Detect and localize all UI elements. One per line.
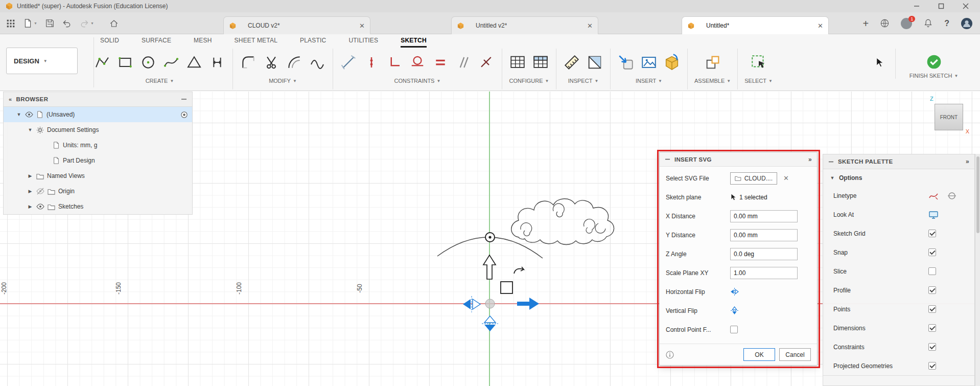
- edit-spline-tool[interactable]: [309, 54, 326, 71]
- expand-caret-icon[interactable]: ▼: [16, 112, 22, 117]
- z-angle-input[interactable]: [730, 248, 798, 260]
- redo-caret-icon[interactable]: ▼: [90, 21, 94, 25]
- ribbon-tab-surface[interactable]: SURFACE: [142, 34, 171, 48]
- document-tab-untitled[interactable]: Untitled* ✕: [682, 16, 829, 34]
- maximize-icon[interactable]: [938, 3, 944, 9]
- ribbon-tab-solid[interactable]: SOLID: [100, 34, 119, 48]
- activate-component-radio-icon[interactable]: [180, 111, 188, 119]
- ribbon-tab-utilities[interactable]: UTILITIES: [348, 34, 378, 48]
- group-inspect-label[interactable]: INSPECT: [568, 78, 593, 84]
- insert-decal-tool[interactable]: [663, 54, 681, 71]
- projected-geometries-checkbox[interactable]: [928, 362, 936, 370]
- control-point-checkbox[interactable]: [730, 326, 738, 333]
- profile-checkbox[interactable]: [928, 286, 936, 294]
- clear-file-icon[interactable]: ✕: [783, 174, 789, 182]
- group-select-label[interactable]: SELECT: [744, 78, 766, 84]
- points-checkbox[interactable]: [928, 305, 936, 313]
- new-tab-plus-icon[interactable]: +: [863, 18, 869, 29]
- ok-button[interactable]: OK: [743, 348, 775, 361]
- help-icon[interactable]: ?: [944, 19, 949, 28]
- group-modify-label[interactable]: MODIFY: [269, 78, 291, 84]
- collapsed-caret-icon[interactable]: ▶: [27, 173, 33, 178]
- svg-file-button[interactable]: CLOUD....: [730, 172, 777, 185]
- home-icon[interactable]: [109, 19, 119, 28]
- document-tab-cloud-v2[interactable]: CLOUD v2* ✕: [223, 16, 370, 34]
- workspace-selector[interactable]: DESIGN ▼: [6, 48, 78, 74]
- file-menu-caret-icon[interactable]: ▼: [34, 21, 37, 25]
- cancel-button[interactable]: Cancel: [779, 348, 811, 361]
- browser-item-unsaved[interactable]: ▼ (Unsaved): [4, 107, 192, 122]
- vertical-horizontal-constraint-tool[interactable]: [386, 54, 403, 71]
- info-icon[interactable]: [666, 351, 674, 359]
- collapsed-caret-icon[interactable]: ▶: [27, 204, 33, 209]
- palette-expand-icon[interactable]: »: [966, 158, 969, 165]
- group-insert-label[interactable]: INSERT: [636, 78, 656, 84]
- browser-item-sketches[interactable]: ▶ Sketches: [4, 199, 192, 214]
- ribbon-tab-mesh[interactable]: MESH: [194, 34, 212, 48]
- job-status-icon[interactable]: 1: [901, 18, 912, 29]
- sketch-grid-checkbox[interactable]: [928, 230, 936, 237]
- line-tool[interactable]: [94, 54, 111, 71]
- options-section-header[interactable]: ▼ Options: [823, 169, 974, 186]
- trim-tool[interactable]: [263, 54, 280, 71]
- finish-sketch-button[interactable]: FINISH SKETCH▼: [895, 49, 972, 79]
- collapsed-caret-icon[interactable]: ▶: [27, 189, 33, 194]
- constraints-checkbox[interactable]: [928, 343, 936, 351]
- minimize-panel-icon[interactable]: [181, 96, 187, 102]
- browser-item-named-views[interactable]: ▶ Named Views: [4, 168, 192, 184]
- insert-image-tool[interactable]: [640, 54, 658, 71]
- close-tab-icon[interactable]: ✕: [359, 22, 365, 30]
- horizontal-flip-icon[interactable]: [730, 287, 739, 296]
- tangent-constraint-tool[interactable]: [409, 54, 426, 71]
- group-create-label[interactable]: CREATE: [146, 78, 168, 84]
- select-tool[interactable]: [750, 54, 767, 71]
- collapse-panel-icon[interactable]: «: [9, 97, 12, 102]
- parallel-constraint-tool[interactable]: [455, 54, 472, 71]
- undo-icon[interactable]: [62, 19, 72, 28]
- spline-tool[interactable]: [162, 54, 180, 71]
- visibility-eye-icon[interactable]: [36, 202, 44, 211]
- visibility-eye-icon[interactable]: [25, 110, 33, 119]
- insert-derive-tool[interactable]: [617, 54, 635, 71]
- view-cube-front-face[interactable]: FRONT: [935, 104, 963, 130]
- sketch-dimension-tool[interactable]: [340, 54, 357, 71]
- sketch-plane-selection[interactable]: 1 selected: [730, 194, 767, 201]
- view-cube[interactable]: FRONT Z X: [935, 104, 963, 130]
- close-tab-icon[interactable]: ✕: [818, 22, 823, 30]
- visibility-off-eye-icon[interactable]: [36, 187, 44, 195]
- ribbon-tab-plastic[interactable]: PLASTIC: [300, 34, 326, 48]
- ribbon-tab-sketch[interactable]: SKETCH: [401, 34, 427, 48]
- browser-item-units[interactable]: Units: mm, g: [4, 138, 192, 153]
- centerline-linetype-icon[interactable]: [947, 191, 957, 201]
- ribbon-tab-sheet-metal[interactable]: SHEET METAL: [235, 34, 277, 48]
- vertical-flip-icon[interactable]: [730, 306, 739, 315]
- slice-checkbox[interactable]: [928, 267, 936, 275]
- collapse-dialog-icon[interactable]: [665, 156, 670, 162]
- new-component-tool[interactable]: [704, 54, 721, 71]
- slot-tool[interactable]: [208, 54, 226, 71]
- web-globe-icon[interactable]: [880, 18, 890, 28]
- construction-linetype-icon[interactable]: [928, 191, 939, 201]
- polygon-tool[interactable]: [185, 54, 203, 71]
- equal-constraint-tool[interactable]: [432, 54, 449, 71]
- scrollbar-thumb[interactable]: [976, 156, 979, 233]
- file-menu-icon[interactable]: [24, 19, 32, 28]
- y-distance-input[interactable]: [730, 229, 798, 241]
- coincident-constraint-tool[interactable]: [363, 54, 380, 71]
- perpendicular-constraint-tool[interactable]: [478, 54, 495, 71]
- close-window-icon[interactable]: [963, 3, 969, 9]
- browser-item-part-design[interactable]: Part Design: [4, 153, 192, 168]
- fillet-tool[interactable]: [240, 54, 257, 71]
- configure-table-tool[interactable]: [509, 54, 526, 71]
- close-tab-icon[interactable]: ✕: [587, 22, 593, 30]
- group-configure-label[interactable]: CONFIGURE: [509, 78, 543, 84]
- app-grid-icon[interactable]: [6, 19, 15, 28]
- scale-plane-input[interactable]: [730, 267, 798, 279]
- dialog-expand-icon[interactable]: »: [808, 156, 812, 163]
- look-at-icon[interactable]: [928, 210, 939, 220]
- palette-scrollbar[interactable]: [975, 154, 980, 386]
- redo-icon[interactable]: [80, 19, 89, 28]
- rectangle-tool[interactable]: [116, 54, 134, 71]
- section-analysis-tool[interactable]: [586, 54, 603, 71]
- expand-caret-icon[interactable]: ▼: [27, 127, 33, 132]
